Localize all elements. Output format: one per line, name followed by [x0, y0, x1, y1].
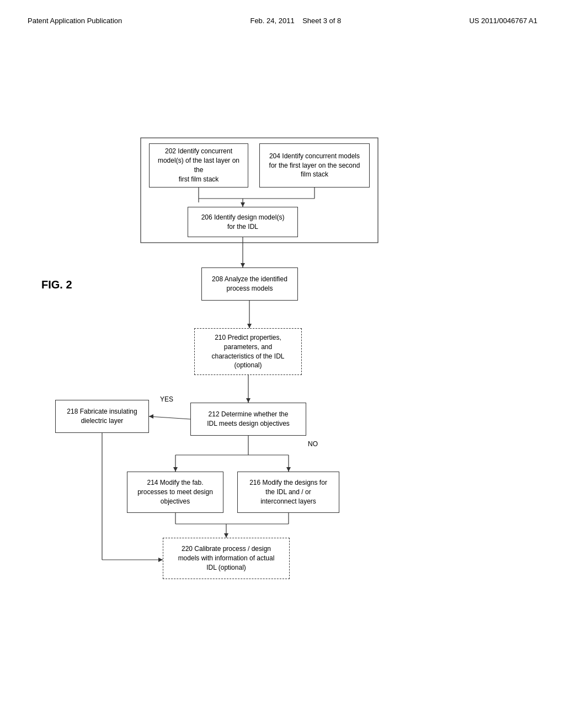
yes-label: YES — [160, 395, 173, 403]
svg-marker-9 — [247, 324, 252, 328]
svg-marker-5 — [241, 202, 245, 207]
box-208: 208 Analyze the identified process model… — [201, 267, 298, 301]
header-center: Feb. 24, 2011 Sheet 3 of 8 — [250, 17, 341, 25]
svg-marker-24 — [224, 533, 228, 538]
header-right: US 2011/0046767 A1 — [469, 17, 537, 25]
box-204: 204 Identify concurrent models for the f… — [259, 143, 370, 188]
box-212: 212 Determine whether the IDL meets desi… — [190, 403, 306, 436]
page-header: Patent Application Publication Feb. 24, … — [0, 0, 565, 30]
box-216: 216 Modify the designs for the IDL and /… — [237, 472, 339, 513]
svg-marker-13 — [149, 414, 153, 419]
header-left: Patent Application Publication — [28, 17, 122, 25]
svg-marker-11 — [246, 398, 250, 403]
box-218: 218 Fabricate insulating dielectric laye… — [55, 400, 149, 433]
svg-marker-17 — [173, 467, 178, 472]
box-206: 206 Identify design model(s) for the IDL — [188, 207, 298, 237]
svg-line-12 — [149, 416, 190, 419]
svg-marker-7 — [241, 263, 245, 267]
figure-label: FIG. 2 — [41, 279, 72, 291]
diagram-area: FIG. 2 — [0, 36, 565, 698]
box-210: 210 Predict properties, parameters, and … — [194, 328, 302, 375]
box-214: 214 Modify the fab. processes to meet de… — [127, 472, 223, 513]
svg-marker-27 — [158, 558, 163, 562]
no-label: NO — [308, 440, 318, 448]
box-220: 220 Calibrate process / design models wi… — [163, 538, 290, 579]
header-sheet: Sheet 3 of 8 — [302, 17, 341, 25]
svg-marker-19 — [286, 467, 291, 472]
box-202: 202 Identify concurrent model(s) of the … — [149, 143, 248, 188]
header-date: Feb. 24, 2011 — [250, 17, 294, 25]
